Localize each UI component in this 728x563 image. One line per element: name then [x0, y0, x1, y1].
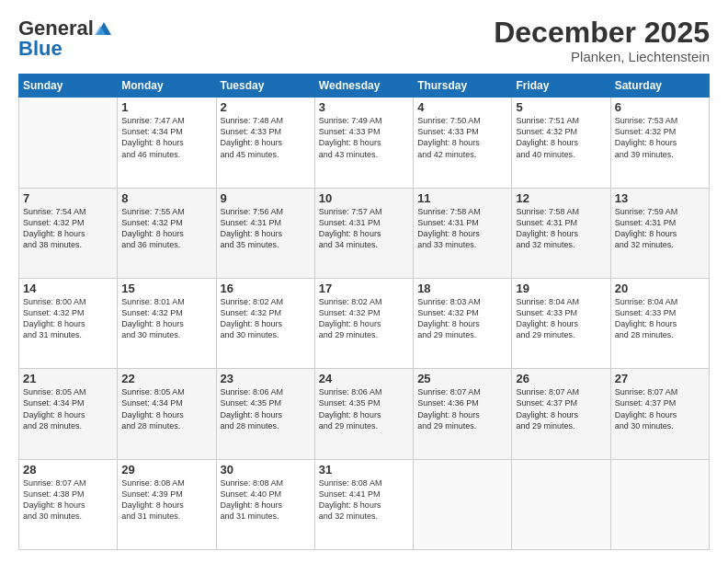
calendar-week-1: 1Sunrise: 7:47 AMSunset: 4:34 PMDaylight…: [19, 98, 710, 188]
day-number: 26: [516, 372, 606, 385]
cell-info: Sunrise: 7:50 AMSunset: 4:33 PMDaylight:…: [417, 115, 507, 160]
page: General Blue December 2025 Planken, Liec…: [0, 0, 728, 563]
day-number: 24: [319, 372, 409, 385]
cell-info: Sunrise: 7:58 AMSunset: 4:31 PMDaylight:…: [417, 206, 507, 251]
col-header-saturday: Saturday: [610, 75, 709, 98]
day-number: 28: [23, 463, 113, 477]
calendar-cell: 10Sunrise: 7:57 AMSunset: 4:31 PMDayligh…: [314, 188, 413, 278]
day-number: 27: [615, 372, 705, 385]
calendar-cell: 30Sunrise: 8:08 AMSunset: 4:40 PMDayligh…: [216, 459, 314, 549]
cell-info: Sunrise: 7:55 AMSunset: 4:32 PMDaylight:…: [121, 206, 211, 251]
col-header-sunday: Sunday: [19, 75, 118, 98]
day-number: 2: [221, 100, 311, 114]
logo-blue: Blue: [18, 37, 63, 61]
cell-info: Sunrise: 8:08 AMSunset: 4:39 PMDaylight:…: [121, 477, 211, 523]
cell-info: Sunrise: 8:07 AMSunset: 4:37 PMDaylight:…: [516, 386, 606, 431]
calendar-cell: [19, 98, 118, 188]
cell-info: Sunrise: 8:06 AMSunset: 4:35 PMDaylight:…: [221, 386, 311, 431]
month-title: December 2025: [494, 17, 710, 49]
calendar-cell: 15Sunrise: 8:01 AMSunset: 4:32 PMDayligh…: [118, 278, 216, 368]
cell-info: Sunrise: 8:08 AMSunset: 4:41 PMDaylight:…: [319, 477, 409, 523]
calendar-cell: 20Sunrise: 8:04 AMSunset: 4:33 PMDayligh…: [610, 278, 709, 368]
day-number: 6: [615, 100, 705, 114]
cell-info: Sunrise: 8:08 AMSunset: 4:40 PMDaylight:…: [221, 477, 311, 523]
calendar-cell: 5Sunrise: 7:51 AMSunset: 4:32 PMDaylight…: [512, 98, 610, 188]
calendar-cell: 2Sunrise: 7:48 AMSunset: 4:33 PMDaylight…: [216, 98, 314, 188]
cell-info: Sunrise: 7:57 AMSunset: 4:31 PMDaylight:…: [319, 206, 409, 251]
cell-info: Sunrise: 8:03 AMSunset: 4:32 PMDaylight:…: [417, 296, 507, 341]
day-number: 12: [516, 191, 606, 205]
location: Planken, Liechtenstein: [494, 49, 710, 64]
day-number: 17: [319, 282, 409, 295]
cell-info: Sunrise: 7:54 AMSunset: 4:32 PMDaylight:…: [23, 206, 113, 251]
calendar-cell: [414, 459, 512, 549]
day-number: 20: [615, 282, 705, 295]
calendar-cell: 29Sunrise: 8:08 AMSunset: 4:39 PMDayligh…: [118, 459, 216, 549]
calendar-cell: 17Sunrise: 8:02 AMSunset: 4:32 PMDayligh…: [314, 278, 413, 368]
cell-info: Sunrise: 8:04 AMSunset: 4:33 PMDaylight:…: [516, 296, 606, 341]
calendar-cell: 21Sunrise: 8:05 AMSunset: 4:34 PMDayligh…: [19, 369, 118, 459]
day-number: 21: [23, 372, 113, 385]
cell-info: Sunrise: 7:53 AMSunset: 4:32 PMDaylight:…: [615, 115, 705, 160]
calendar-table: SundayMondayTuesdayWednesdayThursdayFrid…: [18, 74, 710, 550]
day-number: 7: [23, 191, 113, 205]
col-header-wednesday: Wednesday: [314, 75, 413, 98]
day-number: 19: [516, 282, 606, 295]
calendar-cell: 7Sunrise: 7:54 AMSunset: 4:32 PMDaylight…: [19, 188, 118, 278]
day-number: 29: [121, 463, 211, 477]
cell-info: Sunrise: 8:05 AMSunset: 4:34 PMDaylight:…: [23, 386, 113, 431]
calendar-cell: 12Sunrise: 7:58 AMSunset: 4:31 PMDayligh…: [512, 188, 610, 278]
cell-info: Sunrise: 8:06 AMSunset: 4:35 PMDaylight:…: [319, 386, 409, 431]
day-number: 23: [221, 372, 311, 385]
calendar-cell: 23Sunrise: 8:06 AMSunset: 4:35 PMDayligh…: [216, 369, 314, 459]
col-header-friday: Friday: [512, 75, 610, 98]
cell-info: Sunrise: 7:47 AMSunset: 4:34 PMDaylight:…: [121, 115, 211, 160]
cell-info: Sunrise: 7:59 AMSunset: 4:31 PMDaylight:…: [615, 206, 705, 251]
calendar-cell: 13Sunrise: 7:59 AMSunset: 4:31 PMDayligh…: [610, 188, 709, 278]
day-number: 9: [221, 191, 311, 205]
header: General Blue December 2025 Planken, Liec…: [18, 17, 710, 64]
cell-info: Sunrise: 8:02 AMSunset: 4:32 PMDaylight:…: [221, 296, 311, 341]
calendar-cell: 1Sunrise: 7:47 AMSunset: 4:34 PMDaylight…: [118, 98, 216, 188]
day-number: 31: [319, 463, 409, 477]
logo: General Blue: [18, 17, 112, 61]
cell-info: Sunrise: 8:00 AMSunset: 4:32 PMDaylight:…: [23, 296, 113, 341]
cell-info: Sunrise: 8:07 AMSunset: 4:38 PMDaylight:…: [23, 477, 113, 523]
logo-icon: [95, 22, 111, 35]
calendar-cell: 11Sunrise: 7:58 AMSunset: 4:31 PMDayligh…: [414, 188, 512, 278]
calendar-cell: 14Sunrise: 8:00 AMSunset: 4:32 PMDayligh…: [19, 278, 118, 368]
cell-info: Sunrise: 8:02 AMSunset: 4:32 PMDaylight:…: [319, 296, 409, 341]
cell-info: Sunrise: 8:04 AMSunset: 4:33 PMDaylight:…: [615, 296, 705, 341]
calendar-week-5: 28Sunrise: 8:07 AMSunset: 4:38 PMDayligh…: [19, 459, 710, 549]
col-header-tuesday: Tuesday: [216, 75, 314, 98]
day-number: 16: [221, 282, 311, 295]
cell-info: Sunrise: 7:51 AMSunset: 4:32 PMDaylight:…: [516, 115, 606, 160]
day-number: 4: [417, 100, 507, 114]
calendar-cell: 18Sunrise: 8:03 AMSunset: 4:32 PMDayligh…: [414, 278, 512, 368]
calendar-cell: 8Sunrise: 7:55 AMSunset: 4:32 PMDaylight…: [118, 188, 216, 278]
cell-info: Sunrise: 8:07 AMSunset: 4:36 PMDaylight:…: [417, 386, 507, 431]
cell-info: Sunrise: 8:01 AMSunset: 4:32 PMDaylight:…: [121, 296, 211, 341]
day-number: 3: [319, 100, 409, 114]
col-header-thursday: Thursday: [414, 75, 512, 98]
cell-info: Sunrise: 7:49 AMSunset: 4:33 PMDaylight:…: [319, 115, 409, 160]
calendar-cell: 4Sunrise: 7:50 AMSunset: 4:33 PMDaylight…: [414, 98, 512, 188]
cell-info: Sunrise: 7:56 AMSunset: 4:31 PMDaylight:…: [221, 206, 311, 251]
calendar-cell: 27Sunrise: 8:07 AMSunset: 4:37 PMDayligh…: [610, 369, 709, 459]
cell-info: Sunrise: 7:58 AMSunset: 4:31 PMDaylight:…: [516, 206, 606, 251]
day-number: 14: [23, 282, 113, 295]
cell-info: Sunrise: 7:48 AMSunset: 4:33 PMDaylight:…: [221, 115, 311, 160]
calendar-cell: 3Sunrise: 7:49 AMSunset: 4:33 PMDaylight…: [314, 98, 413, 188]
day-number: 18: [417, 282, 507, 295]
day-number: 8: [121, 191, 211, 205]
calendar-week-4: 21Sunrise: 8:05 AMSunset: 4:34 PMDayligh…: [19, 369, 710, 459]
calendar-cell: 25Sunrise: 8:07 AMSunset: 4:36 PMDayligh…: [414, 369, 512, 459]
calendar-cell: 16Sunrise: 8:02 AMSunset: 4:32 PMDayligh…: [216, 278, 314, 368]
calendar-cell: 31Sunrise: 8:08 AMSunset: 4:41 PMDayligh…: [314, 459, 413, 549]
header-row: SundayMondayTuesdayWednesdayThursdayFrid…: [19, 75, 710, 98]
calendar-cell: 9Sunrise: 7:56 AMSunset: 4:31 PMDaylight…: [216, 188, 314, 278]
calendar-cell: 6Sunrise: 7:53 AMSunset: 4:32 PMDaylight…: [610, 98, 709, 188]
calendar-cell: [512, 459, 610, 549]
title-block: December 2025 Planken, Liechtenstein: [494, 17, 710, 64]
day-number: 22: [121, 372, 211, 385]
